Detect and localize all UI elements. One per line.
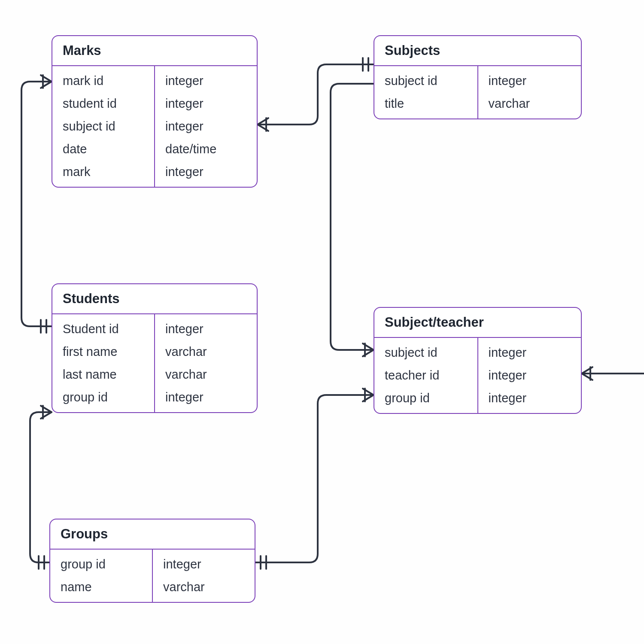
field-name: subject id xyxy=(374,338,477,364)
field-type: varchar xyxy=(155,340,257,363)
rel-marks-students xyxy=(21,82,52,326)
field-name: mark xyxy=(52,161,154,187)
field-name: subject id xyxy=(374,66,477,92)
rel-subjteacher-subjects-crowfoot xyxy=(363,343,374,356)
rel-students-groups-crowfoot xyxy=(41,406,52,419)
rel-subjteacher-groups-one xyxy=(261,556,266,569)
field-name: date xyxy=(52,138,154,161)
field-type: integer xyxy=(153,550,255,576)
field-name: group id xyxy=(52,386,154,412)
rel-marks-subjects-crowfoot-marks xyxy=(258,118,268,131)
entity-subject-teacher-title: Subject/teacher xyxy=(374,308,581,338)
entity-subjects-title: Subjects xyxy=(374,36,581,66)
er-diagram-canvas: Marks mark id student id subject id date… xyxy=(0,0,644,644)
field-type: integer xyxy=(478,66,581,92)
field-type: integer xyxy=(478,364,581,387)
rel-subjteacher-teachers-crowfoot xyxy=(582,367,592,380)
field-name: first name xyxy=(52,340,154,363)
rel-marks-students-crowfoot-marks xyxy=(41,75,52,88)
field-name: teacher id xyxy=(374,364,477,387)
field-name: name xyxy=(50,576,152,602)
entity-subject-teacher: Subject/teacher subject id teacher id gr… xyxy=(374,307,582,414)
field-type: integer xyxy=(155,66,257,92)
field-name: title xyxy=(374,92,477,118)
field-type: integer xyxy=(155,92,257,115)
entity-groups-title: Groups xyxy=(50,519,255,550)
entity-students: Students Student id first name last name… xyxy=(52,283,258,413)
field-name: student id xyxy=(52,92,154,115)
field-type: integer xyxy=(155,314,257,340)
rel-marks-subjects xyxy=(258,64,374,125)
entity-marks-title: Marks xyxy=(52,36,257,66)
field-name: mark id xyxy=(52,66,154,92)
field-type: date/time xyxy=(155,138,257,161)
field-name: Student id xyxy=(52,314,154,340)
entity-subjects: Subjects subject id title integer varcha… xyxy=(374,35,582,119)
field-name: group id xyxy=(374,387,477,413)
field-type: integer xyxy=(155,386,257,412)
field-name: group id xyxy=(50,550,152,576)
entity-groups: Groups group id name integer varchar xyxy=(49,519,255,603)
field-type: integer xyxy=(155,115,257,138)
rel-subjteacher-groups-crowfoot xyxy=(363,389,374,401)
rel-subjteacher-subjects xyxy=(331,84,374,350)
rel-students-groups-one xyxy=(39,556,44,569)
field-type: integer xyxy=(478,338,581,364)
field-type: varchar xyxy=(478,92,581,118)
rel-marks-subjects-one-subjects xyxy=(363,58,368,71)
field-name: last name xyxy=(52,363,154,386)
rel-students-groups xyxy=(30,412,52,562)
entity-marks: Marks mark id student id subject id date… xyxy=(52,35,258,188)
field-type: integer xyxy=(155,161,257,187)
rel-subjteacher-groups xyxy=(255,395,374,562)
field-type: integer xyxy=(478,387,581,413)
field-type: varchar xyxy=(155,363,257,386)
entity-students-title: Students xyxy=(52,284,257,314)
field-type: varchar xyxy=(153,576,255,602)
rel-marks-students-one-students xyxy=(41,320,46,333)
field-name: subject id xyxy=(52,115,154,138)
